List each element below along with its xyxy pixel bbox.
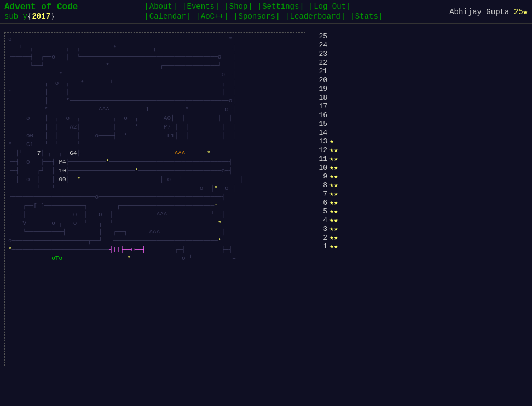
nav-settings[interactable]: [Settings]: [258, 2, 304, 11]
day-row-16: 16: [314, 111, 338, 120]
nav-stats[interactable]: [Stats]: [350, 12, 383, 21]
site-subtitle: sub y{2017}: [4, 12, 78, 21]
day-num-24: 24: [314, 41, 327, 50]
day-num-13: 13: [314, 137, 327, 146]
site-header: Advent of Code sub y{2017} [About] [Even…: [0, 0, 532, 24]
day-row-21: 21: [314, 67, 338, 76]
day-num-22: 22: [314, 59, 327, 67]
day-num-19: 19: [314, 85, 327, 94]
day-num-17: 17: [314, 102, 327, 111]
day-stars-12: ★★: [329, 146, 338, 155]
day-row-24: 24: [314, 41, 338, 50]
day-row-6[interactable]: 6 ★★: [314, 199, 338, 207]
day-num-23: 23: [314, 50, 327, 59]
day-stars-2: ★★: [329, 234, 338, 242]
day-num-21: 21: [314, 67, 327, 76]
username: Abhijay Gupta: [449, 8, 509, 16]
day-row-17: 17: [314, 102, 338, 111]
day-num-3: 3: [314, 225, 327, 234]
day-num-14: 14: [314, 129, 327, 137]
brace-close: }: [50, 12, 55, 21]
nav-row-1: [About] [Events] [Shop] [Settings] [Log …: [144, 2, 383, 11]
header-logo: Advent of Code sub y{2017}: [4, 2, 78, 21]
main-content: o───────────────────────────────────────…: [0, 24, 532, 370]
day-num-6: 6: [314, 199, 327, 207]
day-num-10: 10: [314, 164, 327, 172]
day-stars-3: ★★: [329, 225, 338, 234]
day-numbers-sidebar: 25 24 23 22 21 20 19 18: [305, 32, 338, 366]
day-row-15: 15: [314, 120, 338, 129]
nav-leaderboard[interactable]: [Leaderboard]: [285, 12, 345, 21]
day-row-14: 14: [314, 129, 338, 137]
day-row-1[interactable]: 1 ★★: [314, 242, 338, 251]
day-row-23: 23: [314, 50, 338, 59]
day-row-25: 25: [314, 32, 338, 41]
day-stars-6: ★★: [329, 199, 338, 207]
nav-shop[interactable]: [Shop]: [224, 2, 252, 11]
nav-events[interactable]: [Events]: [182, 2, 219, 11]
header-user: Abhijay Gupta 25★: [449, 7, 528, 16]
day-row-12[interactable]: 12 ★★: [314, 146, 338, 155]
day-num-9: 9: [314, 172, 327, 181]
day-row-3[interactable]: 3 ★★: [314, 225, 338, 234]
day-num-25: 25: [314, 32, 327, 41]
day-row-22: 22: [314, 59, 338, 67]
subtitle-pre: sub y: [4, 12, 27, 21]
calendar-area: o───────────────────────────────────────…: [4, 32, 305, 366]
site-title: Advent of Code: [4, 2, 78, 12]
day-num-8: 8: [314, 181, 327, 190]
day-num-16: 16: [314, 111, 327, 120]
day-row-19: 19: [314, 85, 338, 94]
calendar-art: o───────────────────────────────────────…: [8, 35, 302, 263]
day-num-18: 18: [314, 94, 327, 102]
day-row-18: 18: [314, 94, 338, 102]
day-stars-1: ★★: [329, 242, 338, 251]
nav-calendar[interactable]: [Calendar]: [144, 12, 190, 21]
nav-aocpp[interactable]: [AoC++]: [196, 12, 228, 21]
day-num-12: 12: [314, 146, 327, 155]
day-stars-7: ★★: [329, 190, 338, 199]
nav-about[interactable]: [About]: [144, 2, 177, 11]
day-num-2: 2: [314, 234, 327, 242]
subtitle-year: 2017: [32, 12, 50, 21]
day-stars-13: ★: [329, 137, 334, 146]
day-num-11: 11: [314, 155, 327, 164]
day-row-5[interactable]: 5 ★★: [314, 207, 338, 216]
day-stars-5: ★★: [329, 207, 338, 216]
day-num-20: 20: [314, 76, 327, 85]
day-row-7[interactable]: 7 ★★: [314, 190, 338, 199]
day-stars-11: ★★: [329, 155, 338, 164]
day-num-7: 7: [314, 190, 327, 199]
day-stars-4: ★★: [329, 216, 338, 225]
day-num-1: 1: [314, 242, 327, 251]
day-row-9[interactable]: 9 ★★: [314, 172, 338, 181]
user-stars: 25★: [514, 8, 528, 16]
day-row-10[interactable]: 10 ★★: [314, 164, 338, 172]
nav-row-2: [Calendar] [AoC++] [Sponsors] [Leaderboa…: [144, 12, 383, 21]
nav-sponsors[interactable]: [Sponsors]: [234, 12, 280, 21]
day-stars-8: ★★: [329, 181, 338, 190]
day-num-4: 4: [314, 216, 327, 225]
day-row-11[interactable]: 11 ★★: [314, 155, 338, 164]
day-stars-9: ★★: [329, 172, 338, 181]
day-row-20: 20: [314, 76, 338, 85]
header-nav: [About] [Events] [Shop] [Settings] [Log …: [144, 2, 383, 21]
nav-logout[interactable]: [Log Out]: [309, 2, 351, 11]
day-num-5: 5: [314, 207, 327, 216]
day-stars-10: ★★: [329, 164, 338, 172]
day-row-2[interactable]: 2 ★★: [314, 234, 338, 242]
day-row-4[interactable]: 4 ★★: [314, 216, 338, 225]
day-row-13[interactable]: 13 ★: [314, 137, 338, 146]
day-row-8[interactable]: 8 ★★: [314, 181, 338, 190]
day-num-15: 15: [314, 120, 327, 129]
